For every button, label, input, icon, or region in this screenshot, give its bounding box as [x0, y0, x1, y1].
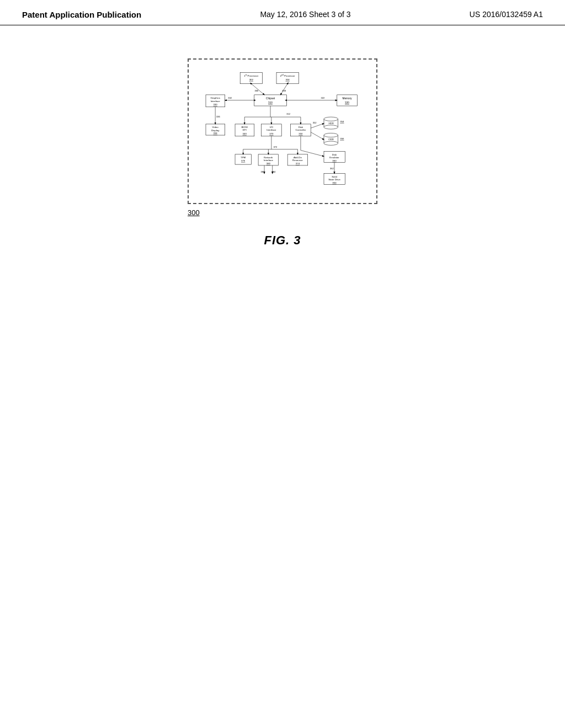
svg-rect-46 [235, 154, 251, 164]
svg-text:308: 308 [282, 89, 286, 92]
header-left: Patent Application Publication [22, 10, 141, 19]
fig-label: FIG. 3 [188, 233, 377, 248]
svg-text:Graphics: Graphics [210, 97, 220, 99]
svg-rect-6 [254, 95, 287, 106]
diagram-area: 1st Processor 302 2nd Processor 304 Chip… [188, 58, 377, 248]
svg-text:320: 320 [345, 101, 349, 104]
svg-text:334: 334 [214, 132, 218, 135]
svg-text:382: 382 [260, 170, 264, 173]
svg-text:Interface: Interface [266, 129, 276, 131]
svg-text:Controller: Controller [295, 129, 306, 131]
svg-text:354: 354 [340, 120, 344, 123]
svg-text:Chipset: Chipset [266, 97, 275, 100]
svg-text:Disk: Disk [332, 153, 337, 156]
dashed-border-box: 1st Processor 302 2nd Processor 304 Chip… [188, 58, 377, 204]
svg-text:332: 332 [228, 97, 232, 99]
svg-text:376: 376 [241, 159, 246, 162]
page-content: 1st Processor 302 2nd Processor 304 Chip… [0, 25, 565, 259]
svg-text:BIOS/: BIOS/ [241, 126, 248, 129]
svg-text:322: 322 [321, 97, 325, 99]
svg-text:Memory: Memory [342, 97, 352, 100]
svg-text:ODD: ODD [328, 138, 334, 141]
circuit-diagram: 1st Processor 302 2nd Processor 304 Chip… [200, 71, 365, 192]
svg-text:364: 364 [332, 181, 337, 184]
svg-text:Disk: Disk [299, 126, 303, 129]
svg-text:310: 310 [268, 101, 273, 104]
svg-text:330: 330 [214, 103, 218, 106]
svg-text:312: 312 [286, 113, 290, 115]
svg-point-33 [324, 117, 338, 121]
svg-text:370: 370 [269, 132, 274, 135]
svg-text:Resource: Resource [292, 159, 303, 162]
svg-text:Add-On: Add-On [294, 156, 302, 159]
svg-text:306: 306 [255, 89, 259, 92]
svg-text:Emulator: Emulator [329, 156, 339, 159]
svg-text:336: 336 [216, 115, 220, 118]
svg-text:352: 352 [313, 121, 317, 124]
svg-line-63 [280, 84, 287, 95]
page-header: Patent Application Publication May 12, 2… [0, 0, 565, 25]
svg-rect-9 [337, 95, 358, 106]
svg-text:362: 362 [330, 167, 334, 170]
svg-text:TPM: TPM [241, 156, 246, 159]
svg-text:Video: Video [212, 126, 219, 129]
svg-text:HDD: HDD [328, 122, 333, 125]
svg-line-61 [251, 84, 264, 95]
svg-text:384: 384 [272, 170, 276, 173]
svg-text:Interface: Interface [264, 159, 274, 162]
svg-point-38 [324, 133, 338, 137]
svg-text:EFI: EFI [243, 129, 247, 131]
svg-text:340: 340 [243, 132, 247, 135]
svg-text:Solid: Solid [332, 175, 337, 178]
svg-text:I/O: I/O [270, 126, 273, 129]
svg-text:372: 372 [274, 146, 278, 148]
svg-text:State Drive: State Drive [328, 178, 340, 181]
svg-text:350: 350 [299, 132, 303, 135]
svg-point-34 [324, 125, 338, 129]
svg-text:302: 302 [249, 78, 254, 81]
svg-text:360: 360 [332, 159, 337, 162]
svg-text:304: 304 [285, 78, 290, 81]
header-center: May 12, 2016 Sheet 3 of 3 [260, 10, 350, 19]
header-right: US 2016/0132459 A1 [470, 10, 543, 19]
diagram-ref-300: 300 [188, 208, 377, 217]
svg-line-79 [311, 132, 324, 140]
svg-text:Interface: Interface [211, 100, 221, 103]
svg-point-39 [324, 141, 338, 145]
svg-text:380: 380 [266, 162, 271, 165]
svg-text:374: 374 [296, 162, 300, 165]
svg-text:Network: Network [264, 156, 273, 159]
svg-text:356: 356 [340, 137, 344, 140]
svg-text:Display: Display [211, 129, 220, 132]
